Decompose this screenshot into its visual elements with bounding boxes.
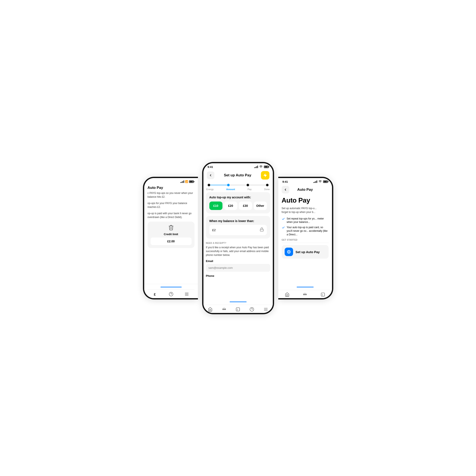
svg-point-19 xyxy=(320,182,320,183)
center-time: 9:41 xyxy=(208,165,213,169)
screen-container: 📶 Auto Pay c PAYG top-ups so you never w… xyxy=(122,162,354,314)
credit-card: Credit limit £2.00 xyxy=(148,221,195,248)
svg-point-21 xyxy=(305,294,306,295)
center-nav-menu[interactable] xyxy=(263,307,268,312)
right-nav-header: Auto Pay xyxy=(278,184,332,195)
phone-label: Phone xyxy=(206,274,270,277)
progress-steps xyxy=(204,181,273,188)
receipt-text: If you'd like a receipt when your Auto P… xyxy=(206,245,270,257)
balance-card: When my balance is lower than: £2 xyxy=(206,216,270,238)
left-title: Auto Pay xyxy=(148,186,163,190)
trash-icon-wrap xyxy=(151,224,192,231)
left-status-icons: 📶 xyxy=(180,180,194,183)
center-status-icons xyxy=(254,165,269,168)
receipt-header: NEED A RECEIPT? xyxy=(206,242,270,244)
feature-2-text: Your auto top-up is paid card, so you'll… xyxy=(287,226,329,236)
right-wifi-icon xyxy=(319,180,322,183)
get-started-label: GET STARTED xyxy=(282,239,329,241)
right-content: Auto Pay Set up automatic PAYG top-u...f… xyxy=(278,195,332,287)
setup-icon xyxy=(285,248,293,256)
step-done-label: Done xyxy=(264,188,270,190)
svg-rect-8 xyxy=(260,229,263,231)
center-nav-activity[interactable] xyxy=(222,307,226,312)
check-icon-1 xyxy=(282,217,285,222)
divider xyxy=(282,243,329,243)
center-content: Auto top-up my account with: £10 £20 £30… xyxy=(204,192,273,301)
right-phone: 9:41 xyxy=(278,177,333,299)
step-line-1 xyxy=(210,185,227,185)
signal-icon xyxy=(180,180,184,183)
center-nav-help[interactable] xyxy=(250,307,254,312)
setup-btn-label: Set up Auto Pay xyxy=(296,250,320,254)
email-label: Email xyxy=(206,259,270,263)
svg-point-1 xyxy=(169,292,173,296)
steps-labels: Energy Amount Pay Done xyxy=(204,188,273,192)
svg-point-6 xyxy=(261,168,261,168)
center-phone: 9:41 xyxy=(202,162,274,314)
right-status-bar: 9:41 xyxy=(278,178,332,184)
step-done-dot xyxy=(266,184,269,186)
amount-30-btn[interactable]: £30 xyxy=(239,202,252,210)
feature-1-text: Set repeat top-ups for yo... meter when … xyxy=(287,217,329,224)
wifi-icon: 📶 xyxy=(185,180,188,183)
balance-value: £2 xyxy=(212,228,216,232)
trash-icon[interactable] xyxy=(168,224,174,231)
right-nav-home[interactable] xyxy=(285,292,289,297)
left-phone: 📶 Auto Pay c PAYG top-ups so you never w… xyxy=(143,177,198,299)
center-status-bar: 9:41 xyxy=(204,163,273,169)
email-input[interactable] xyxy=(206,264,270,272)
step-pay-dot xyxy=(247,184,249,186)
svg-text:£: £ xyxy=(237,308,238,311)
right-nav-pound[interactable]: £ xyxy=(321,292,325,297)
feature-2: Your auto top-up is paid card, so you'll… xyxy=(282,226,329,236)
lightning-button[interactable] xyxy=(261,171,269,180)
right-bottom-bar xyxy=(297,287,314,287)
right-nav-activity[interactable] xyxy=(303,292,307,297)
right-battery-icon xyxy=(323,180,328,183)
left-nav-pound[interactable]: £ xyxy=(153,292,158,296)
right-back-button[interactable] xyxy=(282,186,289,193)
auto-pay-desc: Set up automatic PAYG top-u...forget to … xyxy=(282,206,329,214)
credit-value: £2.00 xyxy=(151,238,192,245)
auto-pay-title: Auto Pay xyxy=(282,196,329,204)
left-nav-menu[interactable] xyxy=(184,292,189,296)
right-time: 9:41 xyxy=(283,180,288,183)
step-amount-dot xyxy=(227,184,230,186)
right-status-icons xyxy=(313,180,328,183)
left-bottom-bar xyxy=(160,287,182,287)
balance-input-row: £2 xyxy=(209,225,267,235)
lock-icon xyxy=(260,227,264,233)
check-icon-2 xyxy=(282,226,285,231)
setup-auto-pay-btn[interactable]: Set up Auto Pay xyxy=(282,245,329,259)
center-bottom-nav: £ xyxy=(204,305,273,313)
step-amount-label: Amount xyxy=(226,188,235,190)
right-bottom-nav: £ xyxy=(278,290,332,298)
svg-point-10 xyxy=(224,309,224,310)
center-nav-pound[interactable]: £ xyxy=(236,307,240,312)
amount-10-btn[interactable]: £10 xyxy=(209,202,222,210)
center-battery-icon xyxy=(264,166,269,168)
step-line-3 xyxy=(249,185,266,185)
back-button[interactable] xyxy=(207,171,214,179)
left-desc3: op-up is paid with your bank ll never go… xyxy=(148,211,195,219)
left-bottom-nav: £ xyxy=(148,289,195,297)
right-signal-icon xyxy=(313,180,317,183)
step-pay-label: Pay xyxy=(248,188,252,190)
left-desc2: op-ups for your PAYG your balance reache… xyxy=(148,201,195,209)
svg-text:£: £ xyxy=(322,293,323,296)
battery-icon xyxy=(189,180,194,183)
left-desc1: c PAYG top-ups so you never when your ba… xyxy=(148,191,195,199)
amount-20-btn[interactable]: £20 xyxy=(224,202,237,210)
amount-other-btn[interactable]: Other xyxy=(254,202,267,210)
center-nav-title: Set up Auto Pay xyxy=(224,173,252,177)
receipt-section: NEED A RECEIPT? If you'd like a receipt … xyxy=(206,241,270,283)
svg-marker-7 xyxy=(263,173,267,177)
left-status-bar: 📶 xyxy=(144,178,198,184)
center-wifi-icon xyxy=(259,165,262,168)
center-nav-home[interactable] xyxy=(208,307,213,312)
svg-point-14 xyxy=(250,307,254,311)
svg-text:£: £ xyxy=(154,292,155,296)
amount-card-title: Auto top-up my account with: xyxy=(209,196,267,199)
feature-1: Set repeat top-ups for yo... meter when … xyxy=(282,217,329,224)
left-nav-help[interactable] xyxy=(169,292,173,296)
